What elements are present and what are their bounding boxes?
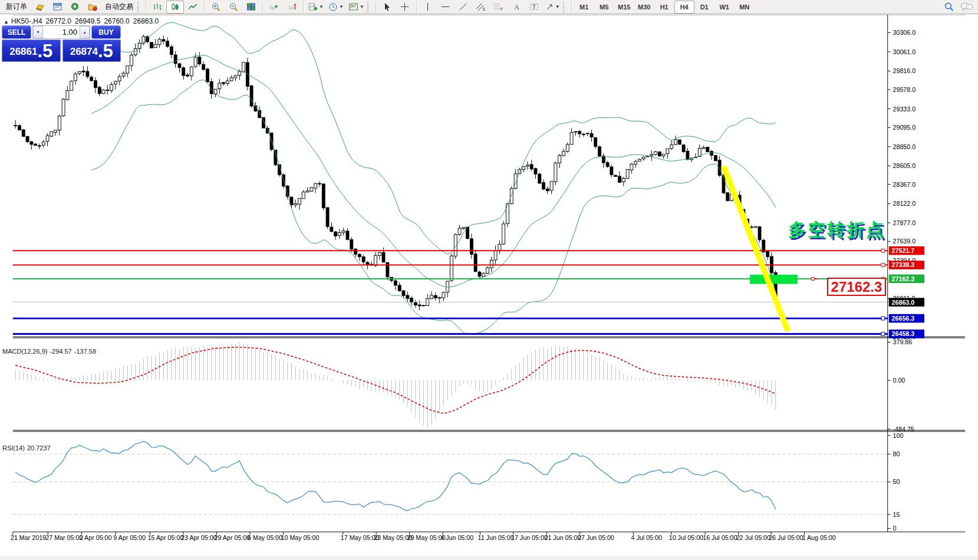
rsi-name: RSI(14) <box>2 444 25 452</box>
candlestick-mode-icon[interactable] <box>166 1 184 14</box>
candlestick <box>42 142 45 145</box>
zoom-out-icon[interactable] <box>225 1 242 14</box>
price-axis-label: 29816.0 <box>893 67 916 74</box>
candlestick <box>570 133 573 144</box>
candlestick <box>330 227 333 232</box>
vertical-line-icon <box>424 2 432 11</box>
candlestick <box>402 291 405 295</box>
collapse-icon[interactable]: ▲ <box>4 19 9 25</box>
timeframe-MN[interactable]: MN <box>735 1 755 14</box>
rsi-axis-label: 50 <box>893 478 900 485</box>
vertical-line-tool[interactable] <box>419 1 437 14</box>
chat-icon[interactable] <box>958 1 976 14</box>
timeframe-D1[interactable]: D1 <box>694 1 714 14</box>
candlestick <box>654 152 657 155</box>
price-callout-label[interactable]: 27162.3 <box>827 278 886 296</box>
candlestick <box>162 39 165 41</box>
candlestick <box>718 160 721 176</box>
trendline-tool[interactable] <box>455 1 472 14</box>
date-axis-label: 6 May 05:00 <box>248 534 282 541</box>
toolbar-grip[interactable] <box>367 2 371 12</box>
signal-icon[interactable] <box>66 1 84 14</box>
ohlc-bars-icon <box>153 2 162 11</box>
candlestick <box>74 74 77 80</box>
volume-decrease-button[interactable]: ▾ <box>33 26 43 38</box>
candlestick <box>602 156 605 163</box>
text-tool[interactable]: A <box>508 1 525 14</box>
search-icon[interactable] <box>940 1 958 14</box>
tile-windows-icon[interactable] <box>242 1 260 14</box>
candlestick <box>578 131 581 134</box>
cursor-tool[interactable] <box>378 1 396 14</box>
candlestick <box>650 154 653 156</box>
price-axis-label: 29333.0 <box>893 106 916 113</box>
periods-button[interactable]: ▼ <box>326 1 346 14</box>
line-chart-mode-icon[interactable] <box>184 1 202 14</box>
candlestick <box>54 130 57 133</box>
autotrade-folder-icon[interactable] <box>84 1 101 14</box>
timeframe-H1[interactable]: H1 <box>654 1 674 14</box>
timeframe-M1[interactable]: M1 <box>574 1 594 14</box>
timeframe-W1[interactable]: W1 <box>714 1 735 14</box>
candlestick <box>310 187 313 191</box>
timeframe-M30[interactable]: M30 <box>634 1 654 14</box>
bar-chart-mode-icon[interactable] <box>149 1 166 14</box>
timeframe-M5[interactable]: M5 <box>594 1 614 14</box>
auto-scroll-icon <box>287 2 297 11</box>
buy-button[interactable]: BUY <box>91 25 121 39</box>
zoom-in-icon[interactable] <box>207 1 225 14</box>
template-icon <box>348 2 358 11</box>
candlestick <box>242 62 245 72</box>
toolbar-grip[interactable] <box>563 2 567 12</box>
market-watch-icon[interactable] <box>48 1 66 14</box>
sell-price[interactable]: 26861.5 <box>2 39 61 62</box>
buy-price[interactable]: 26874.5 <box>62 39 121 62</box>
candlestick <box>46 136 49 141</box>
macd-label: MACD(12,26,9)-294.57-137.58 <box>2 348 98 355</box>
equidistant-channel-tool[interactable]: E <box>472 1 490 14</box>
close-value: 26863.0 <box>133 17 159 25</box>
rsi-axis-label: 80 <box>893 450 900 457</box>
rsi-label: RSI(14)20.7237 <box>2 444 53 452</box>
candlestick <box>554 163 557 182</box>
toolbar-grip[interactable] <box>137 2 141 12</box>
candlestick <box>90 77 93 81</box>
new-order-button[interactable]: 新订单 <box>2 1 31 14</box>
timeframe-M15[interactable]: M15 <box>614 1 634 14</box>
volume-stepper: ▾ ▴ <box>32 25 90 39</box>
candlestick <box>102 90 105 94</box>
candlestick <box>38 146 41 146</box>
auto-scroll-icon[interactable] <box>283 1 301 14</box>
candlestick <box>206 69 209 82</box>
candlestick <box>522 167 525 170</box>
auto-trading-button[interactable]: 自动交易 <box>101 1 137 14</box>
candlestick <box>622 179 625 182</box>
fibonacci-tool[interactable]: F <box>490 1 508 14</box>
candlestick <box>22 130 25 136</box>
horizontal-line-tool[interactable] <box>437 1 455 14</box>
candlestick <box>134 49 137 55</box>
arrows-tool[interactable]: ▼ <box>543 1 562 14</box>
timeframe-H4[interactable]: H4 <box>674 1 694 14</box>
date-axis-label: 16 Jul 05:00 <box>703 534 737 541</box>
gold-bar-icon[interactable] <box>31 1 48 14</box>
chevron-down-icon: ▼ <box>360 4 364 9</box>
text-label-tool[interactable]: T <box>525 1 543 14</box>
folder-icon <box>87 2 98 11</box>
volume-increase-button[interactable]: ▴ <box>80 26 90 38</box>
date-axis-label: 21 Mar 2019 <box>11 534 46 541</box>
svg-text:E: E <box>483 7 486 11</box>
crosshair-tool[interactable] <box>396 1 414 14</box>
add-indicator-button[interactable]: ▼ <box>306 1 326 14</box>
chart-shift-icon[interactable] <box>265 1 283 14</box>
price-badge-text: 26656.3 <box>892 315 915 322</box>
high-value: 26949.5 <box>75 17 100 25</box>
svg-text:T: T <box>532 4 536 10</box>
volume-input[interactable] <box>43 26 80 38</box>
date-axis-label: 29 Apr 05:00 <box>215 534 251 541</box>
candlestick <box>78 71 81 73</box>
sell-button[interactable]: SELL <box>2 25 31 39</box>
candlestick <box>362 257 365 262</box>
templates-button[interactable]: ▼ <box>346 1 367 14</box>
candlestick <box>626 170 629 179</box>
